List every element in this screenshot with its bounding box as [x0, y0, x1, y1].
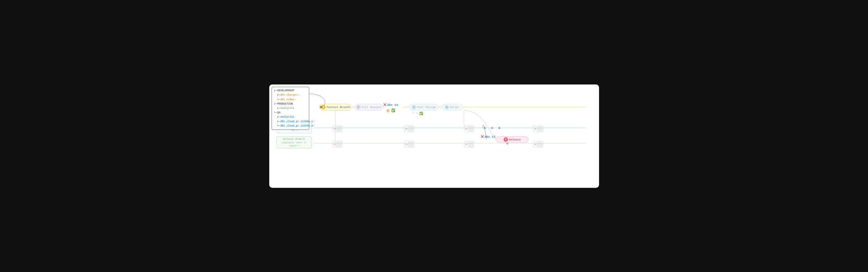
tree-arrow: ←	[295, 97, 297, 101]
svg-text:17: 17	[470, 129, 471, 130]
tree-prefix: ├→	[274, 106, 280, 110]
x-icon-bot-4: ✕	[534, 142, 536, 146]
mid-circle-3	[498, 127, 500, 129]
check-icon-2: ✅	[419, 111, 423, 115]
stage-num-2: 2	[356, 105, 360, 109]
release-label: Release	[509, 138, 521, 141]
dbt-ci-1-label: dbt CI	[387, 103, 398, 106]
tree-arrow: ←	[313, 119, 315, 124]
tree-prefix: ├─	[274, 88, 277, 92]
svg-text:17: 17	[470, 144, 471, 145]
cal-icon-mid-2: 17	[408, 127, 413, 131]
bot-node-4: ✕ 17	[533, 141, 544, 147]
default-branch-subtitle: (typically 'main' or 'master')	[278, 141, 309, 147]
cal-icon-bot-3: 17	[468, 142, 473, 146]
cal-icon-mid-3: 17	[468, 127, 473, 131]
peer-review-node[interactable]: 3 Peer Review	[409, 104, 438, 110]
dbt-ci-1-node: ✕ dbt CI 🎂 ✅	[383, 102, 398, 112]
cal-icon-mid-1: 17	[337, 127, 341, 131]
peer-review-label: Peer Review	[417, 106, 435, 109]
peer-review-status: • • ✅	[412, 111, 423, 115]
x-icon-mid-2: ✕	[405, 127, 407, 131]
tree-item-name: dbt_cohms	[280, 97, 294, 102]
feature-branch-node[interactable]: 1 Feature Branch	[319, 104, 351, 110]
cal-icon-bot-1: 17	[337, 142, 341, 146]
feature-branch-label: Feature Branch	[327, 106, 350, 109]
stage-num-1: 1	[321, 105, 325, 109]
x-icon-1: ✕	[383, 102, 386, 108]
dbt-ci-2-label: dbt CI	[485, 135, 496, 138]
cal-icon-bot-4: 17	[537, 142, 542, 146]
cake-icon: 🎂	[386, 108, 390, 112]
tree-prefix: └─	[274, 124, 280, 128]
tree-item-pr4: └─ dbt_cloud_pr_123456_4 ←	[274, 124, 307, 128]
x-icon-mid-1: ✕	[334, 127, 336, 131]
x-icon-mid-3: ✕	[465, 127, 467, 131]
tree-section-label: DEVELOPMENT	[277, 88, 294, 92]
mid-node-3: ✕ 17	[464, 126, 474, 132]
connector-lines	[269, 84, 586, 181]
tree-item-cberger: ├─ dbt_cberger ←	[274, 93, 307, 97]
mid-circle-2	[491, 127, 493, 129]
dots-separator: • •	[412, 112, 418, 115]
tree-item-name: dbt_cloud_pr_123456_4	[280, 124, 313, 128]
tree-prefix: ├─	[274, 115, 280, 119]
svg-text:17: 17	[410, 129, 411, 130]
diagram-container: ├─ DEVELOPMENT ├─ dbt_cberger ← └─ dbt_c…	[269, 84, 586, 181]
mid-node-1: ✕ 17	[333, 126, 343, 132]
tree-item-cohms: └─ dbt_cohms ←	[274, 97, 307, 102]
tree-item-pr1: ├─ dbt_cloud_pr_123456_1 ←	[274, 119, 307, 124]
mid-node-2: ✕ 17	[404, 126, 414, 132]
tree-prefix: ├─	[274, 102, 277, 106]
tree-item-name: analytics	[280, 106, 294, 110]
tree-prefix: ├─	[274, 93, 280, 97]
pull-request-node[interactable]: 2 Pull Request	[355, 104, 383, 110]
default-branch-title: Default Branch	[278, 137, 309, 141]
stage-num-4: 4	[444, 105, 449, 109]
merge-node[interactable]: 4 Merge!	[441, 104, 463, 110]
tree-item-analytics-prod: ├→ analytics	[274, 106, 307, 110]
tree-arrow: ←	[313, 124, 315, 128]
mid-circle-1	[484, 127, 486, 129]
tree-section-dev: ├─ DEVELOPMENT	[274, 88, 307, 92]
stage-num-3: 3	[411, 105, 415, 109]
x-icon-bot-1: ✕	[334, 142, 336, 146]
x-icon-2: ✕	[480, 134, 484, 140]
tree-prefix: ├─	[274, 119, 280, 124]
dbt-ci-2-node: ✕ dbt CI	[480, 134, 496, 140]
tree-box: ├─ DEVELOPMENT ├─ dbt_cberger ← └─ dbt_c…	[272, 87, 309, 130]
tree-section-label: QA	[277, 110, 280, 114]
release-node[interactable]: 5 Release	[496, 136, 528, 143]
tree-section-prod: ├─ PRODUCTION	[274, 102, 307, 106]
svg-text:17: 17	[338, 144, 340, 145]
default-branch-label: Default Branch (typically 'main' or 'mas…	[276, 136, 311, 148]
bot-node-3: ✕ 17	[464, 141, 474, 147]
mid-node-4: ✕ 17	[533, 126, 544, 132]
x-icon-bot-2: ✕	[405, 142, 407, 146]
svg-text:17: 17	[539, 129, 540, 130]
tree-section-label: PRODUCTION	[277, 102, 292, 106]
bot-node-2: ✕ 17	[404, 141, 414, 147]
x-icon-mid-4: ✕	[534, 127, 536, 131]
stage-num-5: 5	[503, 137, 508, 141]
pull-request-label: Pull Request	[361, 106, 382, 109]
cal-icon-mid-4: 17	[537, 127, 542, 131]
tree-item-analytics-qa: ├─ analytics	[274, 115, 307, 119]
tree-item-name: analytics	[280, 115, 294, 119]
tree-item-name: dbt_cloud_pr_123456_1	[280, 119, 313, 124]
svg-text:17: 17	[539, 144, 540, 145]
check-icon-1: ✅	[391, 108, 395, 112]
svg-text:17: 17	[410, 144, 411, 145]
tree-prefix: └─	[274, 110, 277, 114]
merge-label: Merge!	[450, 106, 460, 109]
x-icon-bot-3: ✕	[465, 142, 467, 146]
cal-icon-bot-2: 17	[408, 142, 413, 146]
tree-section-qa: └─ QA	[274, 110, 307, 114]
dbt-ci-icons: 🎂 ✅	[386, 108, 395, 112]
svg-text:17: 17	[338, 129, 340, 130]
tree-item-name: dbt_cberger	[280, 93, 297, 97]
tree-arrow: ←	[298, 93, 300, 97]
bot-node-1: ✕ 17	[333, 141, 343, 147]
tree-prefix: └─	[274, 97, 280, 102]
